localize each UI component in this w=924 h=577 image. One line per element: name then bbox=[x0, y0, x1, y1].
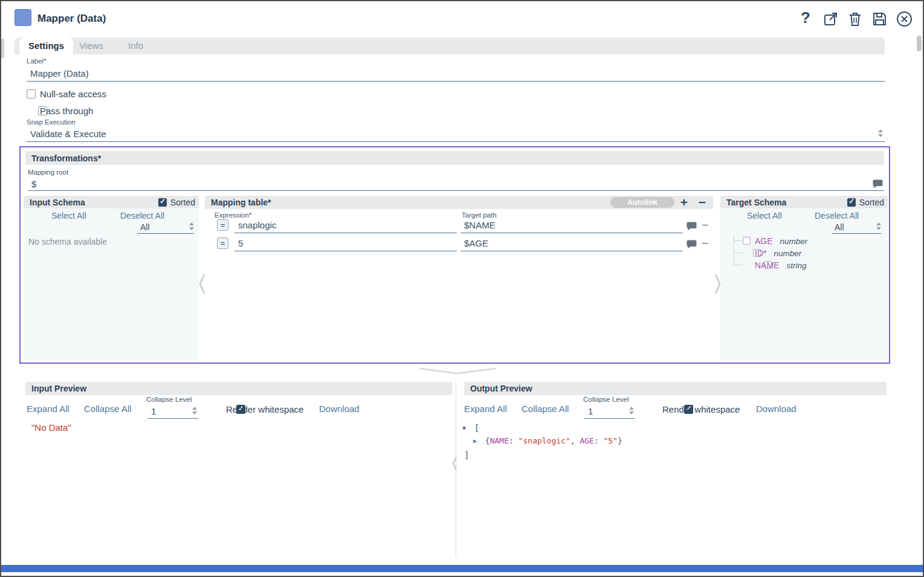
field-type: number bbox=[774, 249, 801, 258]
export-icon[interactable] bbox=[822, 11, 839, 27]
target-path-input[interactable] bbox=[460, 236, 683, 251]
target-sorted-label: Sorted bbox=[859, 198, 884, 207]
expression-input[interactable] bbox=[234, 236, 457, 251]
close-icon[interactable] bbox=[896, 10, 913, 28]
add-row-button[interactable]: + bbox=[680, 195, 688, 210]
autolink-button[interactable]: Autolink bbox=[610, 197, 674, 208]
input-collapse-level-input[interactable] bbox=[147, 404, 198, 418]
help-icon[interactable]: ? bbox=[801, 8, 810, 27]
target-filter-value: All bbox=[832, 221, 881, 233]
expression-toggle-button[interactable]: = bbox=[217, 219, 228, 231]
mapping-table-panel: Mapping table* Autolink + − Expression* … bbox=[205, 196, 713, 361]
preview-divider-handle-icon[interactable] bbox=[452, 456, 457, 471]
snap-execution-select[interactable]: Validate & Execute bbox=[27, 127, 885, 142]
input-filter-value: All bbox=[137, 221, 194, 233]
json-colon: : bbox=[509, 436, 514, 445]
field-type: string bbox=[786, 261, 806, 270]
expand-triangle-icon[interactable]: ▶ bbox=[473, 437, 477, 444]
input-download[interactable]: Download bbox=[319, 404, 360, 414]
close-brace: } bbox=[618, 436, 622, 445]
null-safe-label: Null-safe access bbox=[40, 89, 106, 99]
json-object-line: ▶ {NAME: "snaplogic", AGE: "5"} bbox=[473, 436, 622, 445]
tab-settings[interactable]: Settings bbox=[19, 37, 73, 54]
json-array-open-line: ▼ [ bbox=[462, 423, 479, 433]
scrollbar-thumb[interactable] bbox=[917, 36, 922, 51]
row-remove-icon[interactable]: − bbox=[702, 238, 708, 249]
input-collapse-all[interactable]: Collapse All bbox=[84, 404, 131, 414]
mapping-root-caption: Mapping root bbox=[28, 169, 68, 176]
input-filter-spinner[interactable] bbox=[189, 222, 194, 230]
input-render-whitespace-label: Render whitespace bbox=[226, 404, 303, 414]
field-name[interactable]: ID* bbox=[755, 248, 766, 258]
input-sorted-checkbox[interactable] bbox=[158, 198, 167, 207]
output-expand-all[interactable]: Expand All bbox=[464, 404, 507, 414]
transformations-section: Transformations* Mapping root Input Sche… bbox=[19, 146, 890, 364]
label-caption: Label* bbox=[27, 57, 47, 65]
tab-info[interactable]: Info bbox=[119, 37, 152, 54]
label-input[interactable] bbox=[27, 66, 885, 81]
input-schema-panel: Input Schema Sorted Select All Deselect … bbox=[24, 196, 199, 361]
output-download[interactable]: Download bbox=[756, 404, 796, 414]
collapse-handle-down-icon[interactable] bbox=[418, 367, 497, 375]
json-value: "5" bbox=[604, 436, 618, 445]
collapse-triangle-icon[interactable]: ▼ bbox=[462, 425, 466, 431]
schema-field-row: ID*number bbox=[755, 248, 801, 259]
target-filter-spinner[interactable] bbox=[876, 222, 881, 230]
open-brace: { bbox=[485, 436, 490, 445]
mapper-dialog: Mapper (Data) ? Settings Views Info Labe… bbox=[0, 0, 924, 577]
target-path-input[interactable] bbox=[460, 218, 683, 233]
output-collapse-level-caption: Collapse Level bbox=[583, 396, 628, 403]
row-remove-icon[interactable]: − bbox=[702, 220, 708, 231]
remove-row-button[interactable]: − bbox=[699, 195, 706, 210]
comment-icon[interactable] bbox=[873, 179, 883, 189]
input-deselect-all[interactable]: Deselect All bbox=[120, 211, 164, 221]
json-comma: , bbox=[570, 436, 575, 445]
schema-field-row: NAMEstring bbox=[755, 260, 806, 271]
save-icon[interactable] bbox=[872, 11, 887, 27]
output-collapse-level-input[interactable] bbox=[584, 404, 635, 418]
output-render-whitespace-label: Render whitespace bbox=[662, 404, 740, 414]
null-safe-checkbox[interactable] bbox=[27, 89, 36, 98]
snap-execution-spinner[interactable] bbox=[878, 129, 883, 137]
json-colon: : bbox=[594, 436, 599, 445]
mapping-root-input[interactable] bbox=[28, 177, 884, 190]
background-artifact bbox=[1, 39, 4, 58]
input-select-all[interactable]: Select All bbox=[51, 211, 86, 221]
input-collapse-level-caption: Collapse Level bbox=[146, 396, 192, 403]
input-filter-select[interactable]: All bbox=[137, 221, 194, 234]
json-value: "snaplogic" bbox=[519, 436, 570, 445]
expression-toggle-button[interactable]: = bbox=[217, 237, 228, 249]
output-collapse-all[interactable]: Collapse All bbox=[522, 404, 569, 414]
field-name[interactable]: NAME bbox=[755, 260, 779, 270]
target-sorted-checkbox[interactable] bbox=[847, 198, 856, 207]
row-comment-icon[interactable] bbox=[687, 222, 697, 231]
target-filter-select[interactable]: All bbox=[832, 221, 881, 234]
input-sorted-label: Sorted bbox=[170, 198, 195, 207]
close-bracket: ] bbox=[464, 450, 469, 460]
row-comment-icon[interactable] bbox=[687, 240, 697, 249]
json-array-close-line: ] bbox=[464, 450, 469, 460]
tab-views[interactable]: Views bbox=[73, 37, 109, 54]
target-select-all[interactable]: Select All bbox=[747, 211, 782, 221]
field-type: number bbox=[780, 237, 808, 246]
schema-field-row: AGEnumber bbox=[755, 236, 807, 247]
target-schema-panel: Target Schema Sorted Select All Deselect… bbox=[720, 196, 888, 361]
field-name[interactable]: AGE bbox=[755, 236, 773, 246]
no-schema-text: No schema available bbox=[28, 237, 107, 247]
transformations-title: Transformations* bbox=[31, 153, 101, 163]
target-schema-title: Target Schema bbox=[726, 198, 847, 207]
input-expand-all[interactable]: Expand All bbox=[27, 404, 69, 414]
bottom-accent-bar bbox=[1, 565, 923, 572]
pass-through-label: Pass through bbox=[40, 106, 93, 116]
snap-icon bbox=[15, 9, 31, 26]
field-checkbox[interactable] bbox=[743, 237, 751, 245]
output-preview-title: Output Preview bbox=[470, 384, 532, 393]
input-collapse-level-spinner[interactable] bbox=[192, 407, 197, 414]
expression-input[interactable] bbox=[234, 218, 457, 233]
json-key: AGE bbox=[580, 436, 593, 445]
json-key: NAME bbox=[490, 436, 509, 445]
trash-icon[interactable] bbox=[848, 11, 862, 27]
dialog-title: Mapper (Data) bbox=[37, 13, 106, 25]
target-deselect-all[interactable]: Deselect All bbox=[815, 211, 859, 221]
output-collapse-level-spinner[interactable] bbox=[629, 407, 634, 414]
